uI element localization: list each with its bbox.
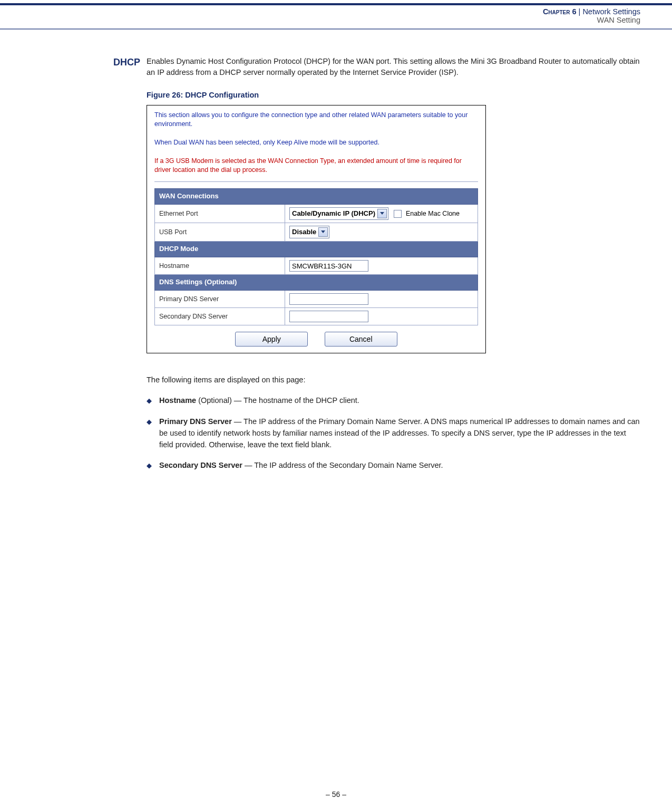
figure-caption: Figure 26: DHCP Configuration: [147, 90, 640, 101]
ethernet-port-select-value: Cable/Dynamic IP (DHCP): [292, 209, 375, 219]
row-usb: USB Port Disable: [155, 223, 478, 242]
section-header-wan: WAN Connections: [155, 189, 478, 205]
page-header: Chapter 6 | Network Settings WAN Setting: [0, 5, 672, 27]
header-separator: |: [577, 7, 583, 16]
label-primary-dns: Primary DNS Server: [155, 290, 285, 307]
row-secondary-dns: Secondary DNS Server: [155, 307, 478, 325]
primary-dns-input[interactable]: [289, 293, 368, 305]
usb-port-select[interactable]: Disable: [289, 226, 329, 238]
list-item: Secondary DNS Server — The IP address of…: [159, 460, 640, 472]
hostname-input[interactable]: [289, 260, 368, 272]
label-usb: USB Port: [155, 223, 285, 242]
secondary-dns-input[interactable]: [289, 311, 368, 322]
bullet-term: Secondary DNS Server: [159, 461, 242, 469]
screenshot-note-2: When Dual WAN has been selected, only Ke…: [154, 138, 478, 147]
screenshot-note-1: This section allows you to configure the…: [154, 111, 478, 129]
apply-button[interactable]: Apply: [235, 332, 308, 347]
label-hostname: Hostname: [155, 257, 285, 275]
row-ethernet: Ethernet Port Cable/Dynamic IP (DHCP) En…: [155, 205, 478, 223]
list-item: Primary DNS Server — The IP address of t…: [159, 416, 640, 450]
label-secondary-dns: Secondary DNS Server: [155, 307, 285, 325]
label-ethernet: Ethernet Port: [155, 205, 285, 223]
row-hostname: Hostname: [155, 257, 478, 275]
enable-mac-clone-checkbox[interactable]: [394, 210, 402, 218]
page-number: – 56 –: [0, 790, 672, 799]
chevron-down-icon: [377, 209, 387, 218]
bullet-desc: (Optional) — The hostname of the DHCP cl…: [196, 396, 359, 405]
followup-text: The following items are displayed on thi…: [147, 374, 640, 386]
section-header-dns: DNS Settings (Optional): [155, 275, 478, 291]
bullet-list: Hostname (Optional) — The hostname of th…: [147, 395, 640, 472]
ethernet-port-select[interactable]: Cable/Dynamic IP (DHCP): [289, 207, 388, 220]
cancel-button[interactable]: Cancel: [325, 332, 397, 347]
divider: [154, 181, 478, 182]
config-screenshot: This section allows you to configure the…: [147, 105, 486, 353]
section-title: WAN Setting: [0, 16, 640, 24]
list-item: Hostname (Optional) — The hostname of th…: [159, 395, 640, 407]
intro-paragraph: Enables Dynamic Host Configuration Proto…: [147, 56, 640, 78]
section-header-dhcp: DHCP Mode: [155, 242, 478, 257]
screenshot-note-3: If a 3G USB Modem is selected as the WAN…: [154, 157, 478, 175]
button-row: Apply Cancel: [147, 325, 485, 353]
bullet-term: Hostname: [159, 396, 196, 405]
chapter-title: Network Settings: [582, 7, 640, 16]
bullet-desc: — The IP address of the Secondary Domain…: [242, 461, 443, 469]
chapter-label: Chapter 6: [543, 7, 577, 16]
bullet-term: Primary DNS Server: [159, 417, 232, 426]
row-primary-dns: Primary DNS Server: [155, 290, 478, 307]
gutter-section-label: DHCP: [0, 56, 140, 68]
enable-mac-clone-label: Enable Mac Clone: [406, 210, 460, 217]
usb-port-select-value: Disable: [292, 227, 316, 237]
config-table: WAN Connections Ethernet Port Cable/Dyna…: [154, 188, 478, 325]
chevron-down-icon: [318, 227, 328, 237]
